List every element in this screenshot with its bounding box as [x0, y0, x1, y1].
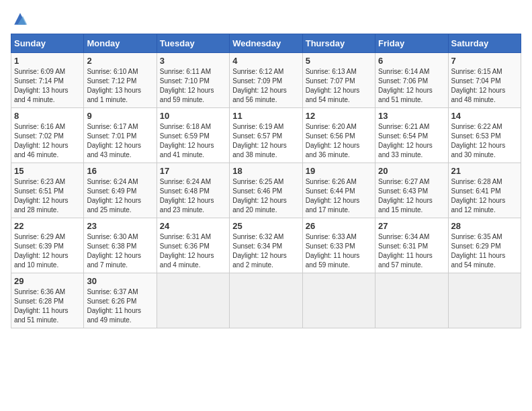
day-number: 2	[87, 56, 153, 66]
calendar-cell: 10Sunrise: 6:18 AMSunset: 6:59 PMDayligh…	[157, 108, 229, 163]
calendar-table: SundayMondayTuesdayWednesdayThursdayFrid…	[11, 34, 521, 328]
calendar-cell: 24Sunrise: 6:31 AMSunset: 6:36 PMDayligh…	[157, 218, 229, 273]
calendar-cell: 20Sunrise: 6:27 AMSunset: 6:43 PMDayligh…	[375, 163, 448, 218]
day-info: Sunrise: 6:14 AMSunset: 7:06 PMDaylight:…	[378, 67, 445, 105]
calendar-cell: 9Sunrise: 6:17 AMSunset: 7:01 PMDaylight…	[84, 108, 157, 163]
day-info: Sunrise: 6:13 AMSunset: 7:07 PMDaylight:…	[306, 67, 372, 105]
day-number: 15	[14, 166, 81, 176]
day-number: 3	[160, 56, 226, 66]
day-number: 28	[451, 221, 518, 231]
day-info: Sunrise: 6:33 AMSunset: 6:33 PMDaylight:…	[306, 232, 372, 270]
day-number: 8	[14, 111, 81, 121]
day-info: Sunrise: 6:24 AMSunset: 6:49 PMDaylight:…	[87, 177, 153, 215]
day-info: Sunrise: 6:16 AMSunset: 7:02 PMDaylight:…	[14, 122, 81, 160]
calendar-cell	[157, 273, 229, 328]
day-info: Sunrise: 6:22 AMSunset: 6:53 PMDaylight:…	[451, 122, 518, 160]
day-info: Sunrise: 6:30 AMSunset: 6:38 PMDaylight:…	[87, 232, 153, 270]
page-header	[11, 11, 521, 27]
day-info: Sunrise: 6:28 AMSunset: 6:41 PMDaylight:…	[451, 177, 518, 215]
logo	[11, 11, 28, 27]
logo-icon	[12, 11, 28, 27]
weekday-header: Saturday	[448, 34, 521, 53]
calendar-cell: 26Sunrise: 6:33 AMSunset: 6:33 PMDayligh…	[302, 218, 375, 273]
weekday-header: Monday	[84, 34, 157, 53]
calendar-cell: 25Sunrise: 6:32 AMSunset: 6:34 PMDayligh…	[230, 218, 302, 273]
day-info: Sunrise: 6:19 AMSunset: 6:57 PMDaylight:…	[232, 122, 299, 160]
day-info: Sunrise: 6:27 AMSunset: 6:43 PMDaylight:…	[378, 177, 445, 215]
calendar-week-row: 15Sunrise: 6:23 AMSunset: 6:51 PMDayligh…	[11, 163, 521, 218]
day-info: Sunrise: 6:32 AMSunset: 6:34 PMDaylight:…	[232, 232, 299, 270]
weekday-header: Thursday	[302, 34, 375, 53]
calendar-cell	[375, 273, 448, 328]
calendar-cell: 18Sunrise: 6:25 AMSunset: 6:46 PMDayligh…	[230, 163, 302, 218]
day-info: Sunrise: 6:15 AMSunset: 7:04 PMDaylight:…	[451, 67, 518, 105]
calendar-cell: 1Sunrise: 6:09 AMSunset: 7:14 PMDaylight…	[11, 53, 84, 108]
day-number: 6	[378, 56, 445, 66]
calendar-cell: 2Sunrise: 6:10 AMSunset: 7:12 PMDaylight…	[84, 53, 157, 108]
day-info: Sunrise: 6:11 AMSunset: 7:10 PMDaylight:…	[160, 67, 226, 105]
calendar-cell: 5Sunrise: 6:13 AMSunset: 7:07 PMDaylight…	[302, 53, 375, 108]
calendar-cell: 19Sunrise: 6:26 AMSunset: 6:44 PMDayligh…	[302, 163, 375, 218]
calendar-cell	[230, 273, 302, 328]
day-number: 5	[306, 56, 372, 66]
day-info: Sunrise: 6:31 AMSunset: 6:36 PMDaylight:…	[160, 232, 226, 270]
day-number: 17	[160, 166, 226, 176]
day-info: Sunrise: 6:29 AMSunset: 6:39 PMDaylight:…	[14, 232, 81, 270]
day-number: 30	[87, 276, 153, 286]
calendar-cell: 23Sunrise: 6:30 AMSunset: 6:38 PMDayligh…	[84, 218, 157, 273]
calendar-cell	[302, 273, 375, 328]
calendar-cell: 3Sunrise: 6:11 AMSunset: 7:10 PMDaylight…	[157, 53, 229, 108]
day-info: Sunrise: 6:10 AMSunset: 7:12 PMDaylight:…	[87, 67, 153, 105]
day-info: Sunrise: 6:36 AMSunset: 6:28 PMDaylight:…	[14, 287, 81, 325]
day-info: Sunrise: 6:25 AMSunset: 6:46 PMDaylight:…	[232, 177, 299, 215]
day-number: 13	[378, 111, 445, 121]
day-number: 7	[451, 56, 518, 66]
calendar-week-row: 1Sunrise: 6:09 AMSunset: 7:14 PMDaylight…	[11, 53, 521, 108]
calendar-cell: 27Sunrise: 6:34 AMSunset: 6:31 PMDayligh…	[375, 218, 448, 273]
weekday-header: Tuesday	[157, 34, 229, 53]
weekday-header: Sunday	[11, 34, 84, 53]
calendar-cell: 14Sunrise: 6:22 AMSunset: 6:53 PMDayligh…	[448, 108, 521, 163]
day-number: 1	[14, 56, 81, 66]
calendar-cell: 21Sunrise: 6:28 AMSunset: 6:41 PMDayligh…	[448, 163, 521, 218]
day-info: Sunrise: 6:21 AMSunset: 6:54 PMDaylight:…	[378, 122, 445, 160]
day-info: Sunrise: 6:37 AMSunset: 6:26 PMDaylight:…	[87, 287, 153, 325]
calendar-cell	[448, 273, 521, 328]
day-info: Sunrise: 6:35 AMSunset: 6:29 PMDaylight:…	[451, 232, 518, 270]
day-number: 27	[378, 221, 445, 231]
day-info: Sunrise: 6:23 AMSunset: 6:51 PMDaylight:…	[14, 177, 81, 215]
calendar-cell: 16Sunrise: 6:24 AMSunset: 6:49 PMDayligh…	[84, 163, 157, 218]
day-info: Sunrise: 6:24 AMSunset: 6:48 PMDaylight:…	[160, 177, 226, 215]
day-number: 16	[87, 166, 153, 176]
day-info: Sunrise: 6:20 AMSunset: 6:56 PMDaylight:…	[306, 122, 372, 160]
calendar-cell: 15Sunrise: 6:23 AMSunset: 6:51 PMDayligh…	[11, 163, 84, 218]
day-number: 9	[87, 111, 153, 121]
day-number: 21	[451, 166, 518, 176]
calendar-week-row: 29Sunrise: 6:36 AMSunset: 6:28 PMDayligh…	[11, 273, 521, 328]
day-info: Sunrise: 6:34 AMSunset: 6:31 PMDaylight:…	[378, 232, 445, 270]
weekday-header: Friday	[375, 34, 448, 53]
day-number: 18	[232, 166, 299, 176]
day-number: 26	[306, 221, 372, 231]
calendar-cell: 12Sunrise: 6:20 AMSunset: 6:56 PMDayligh…	[302, 108, 375, 163]
calendar-week-row: 22Sunrise: 6:29 AMSunset: 6:39 PMDayligh…	[11, 218, 521, 273]
calendar-cell: 17Sunrise: 6:24 AMSunset: 6:48 PMDayligh…	[157, 163, 229, 218]
calendar-week-row: 8Sunrise: 6:16 AMSunset: 7:02 PMDaylight…	[11, 108, 521, 163]
day-number: 4	[232, 56, 299, 66]
day-number: 29	[14, 276, 81, 286]
day-number: 25	[232, 221, 299, 231]
day-number: 24	[160, 221, 226, 231]
day-info: Sunrise: 6:26 AMSunset: 6:44 PMDaylight:…	[306, 177, 372, 215]
calendar-cell: 29Sunrise: 6:36 AMSunset: 6:28 PMDayligh…	[11, 273, 84, 328]
day-info: Sunrise: 6:17 AMSunset: 7:01 PMDaylight:…	[87, 122, 153, 160]
calendar-cell: 8Sunrise: 6:16 AMSunset: 7:02 PMDaylight…	[11, 108, 84, 163]
day-number: 20	[378, 166, 445, 176]
day-number: 12	[306, 111, 372, 121]
calendar-cell: 7Sunrise: 6:15 AMSunset: 7:04 PMDaylight…	[448, 53, 521, 108]
day-number: 23	[87, 221, 153, 231]
weekday-header: Wednesday	[230, 34, 302, 53]
day-number: 11	[232, 111, 299, 121]
calendar-cell: 13Sunrise: 6:21 AMSunset: 6:54 PMDayligh…	[375, 108, 448, 163]
day-info: Sunrise: 6:12 AMSunset: 7:09 PMDaylight:…	[232, 67, 299, 105]
day-info: Sunrise: 6:09 AMSunset: 7:14 PMDaylight:…	[14, 67, 81, 105]
